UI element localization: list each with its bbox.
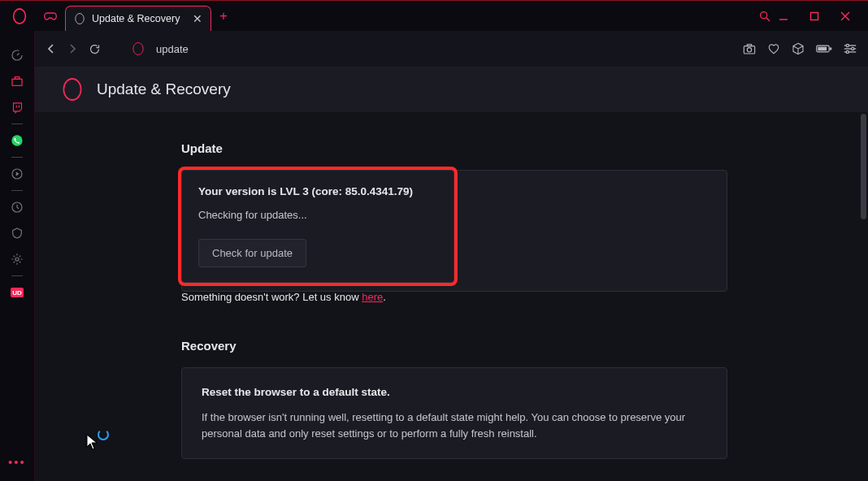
opera-o-icon	[63, 78, 82, 101]
easy-setup-button[interactable]	[844, 44, 857, 54]
check-for-update-button[interactable]: Check for update	[198, 239, 306, 267]
browser-tab[interactable]: Update & Recovery ✕	[65, 6, 211, 32]
svg-rect-9	[15, 77, 19, 80]
recovery-description: If the browser isn't running well, reset…	[202, 410, 697, 442]
version-text: Your version is LVL 3 (core: 85.0.4341.7…	[198, 185, 437, 197]
page-header: Update & Recovery	[35, 67, 868, 112]
sidebar: UD •••	[0, 31, 34, 481]
scrollbar-thumb[interactable]	[861, 114, 866, 219]
svg-point-27	[846, 50, 848, 53]
sidebar-more-button[interactable]: •••	[0, 448, 34, 474]
tab-title: Update & Recovery	[92, 13, 180, 24]
titlebar: Update & Recovery ✕ +	[0, 0, 868, 31]
feedback-line: Something doesn't work? Let us know here…	[181, 291, 868, 303]
svg-line-1	[766, 18, 770, 21]
sidebar-item-history[interactable]	[0, 194, 34, 220]
battery-button[interactable]	[816, 44, 832, 54]
loading-spinner-icon	[98, 429, 109, 440]
toolbar: update	[35, 31, 868, 67]
forward-button[interactable]	[67, 44, 77, 54]
svg-rect-3	[811, 12, 818, 20]
svg-point-12	[11, 135, 22, 145]
svg-point-15	[15, 258, 19, 261]
update-status-card: Your version is LVL 3 (core: 85.0.4341.7…	[181, 170, 454, 283]
update-status-text: Checking for updates...	[198, 209, 437, 221]
opera-o-icon	[13, 8, 26, 24]
snapshot-button[interactable]	[743, 43, 756, 54]
sidebar-item-settings[interactable]	[0, 246, 34, 272]
page-title: Update & Recovery	[97, 80, 231, 98]
gamepad-icon	[44, 11, 57, 21]
feedback-suffix: .	[383, 291, 386, 303]
sidebar-item-whatsapp[interactable]	[0, 128, 34, 154]
recovery-line1: Reset the browser to a default state.	[202, 386, 707, 398]
svg-point-17	[747, 48, 751, 52]
svg-point-26	[852, 47, 854, 50]
sidebar-item-player[interactable]	[0, 161, 34, 187]
extensions-cube-button[interactable]	[792, 42, 805, 55]
tab-favicon-opera-icon	[75, 13, 84, 24]
maximize-button[interactable]	[809, 11, 822, 21]
svg-rect-18	[747, 45, 751, 46]
sidebar-separator	[11, 190, 23, 191]
svg-point-25	[846, 44, 848, 46]
reload-button[interactable]	[89, 43, 101, 55]
search-button[interactable]	[751, 3, 779, 29]
svg-rect-16	[744, 46, 754, 54]
site-identity-opera-icon[interactable]	[132, 42, 143, 55]
section-title-recovery: Recovery	[181, 339, 868, 353]
bookmarks-heart-button[interactable]	[767, 43, 780, 54]
page-body: Update Your version is LVL 3 (core: 85.0…	[35, 112, 868, 481]
sidebar-separator	[11, 157, 23, 158]
svg-point-0	[761, 11, 767, 18]
sidebar-item-twitch[interactable]	[0, 94, 34, 120]
sidebar-item-mods[interactable]	[0, 220, 34, 246]
minimize-button[interactable]	[779, 11, 792, 21]
recovery-card: Reset the browser to a default state. If…	[181, 367, 727, 459]
svg-rect-20	[830, 47, 831, 50]
sidebar-separator	[11, 275, 23, 276]
svg-rect-8	[12, 79, 22, 85]
sidebar-item-deals[interactable]	[0, 68, 34, 94]
new-tab-button[interactable]: +	[211, 8, 236, 24]
feedback-prefix: Something doesn't work? Let us know	[181, 291, 362, 303]
close-tab-button[interactable]: ✕	[193, 12, 202, 25]
svg-line-7	[17, 53, 20, 55]
section-title-update: Update	[181, 141, 868, 155]
sidebar-item-update[interactable]: UD	[0, 280, 34, 306]
feedback-link[interactable]: here	[362, 291, 383, 303]
gx-corner-button[interactable]	[39, 3, 62, 29]
back-button[interactable]	[46, 44, 56, 54]
close-window-button[interactable]	[840, 11, 853, 21]
app-menu-button[interactable]	[0, 1, 39, 32]
content-area: update Update & Recovery Update Your ver…	[34, 31, 868, 481]
sidebar-item-speedometer[interactable]	[0, 42, 34, 68]
sidebar-separator	[11, 124, 23, 124]
address-input[interactable]: update	[156, 43, 189, 55]
update-badge-icon: UD	[11, 288, 24, 297]
window-controls	[779, 11, 868, 21]
svg-rect-21	[818, 47, 827, 51]
